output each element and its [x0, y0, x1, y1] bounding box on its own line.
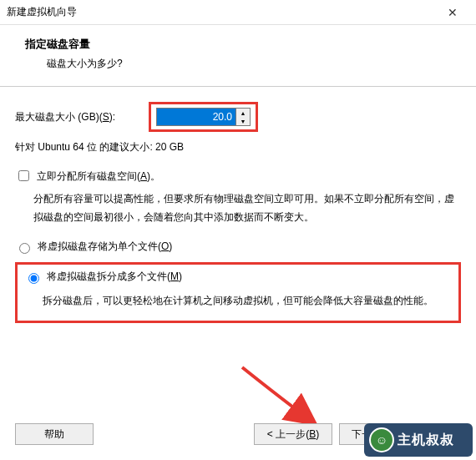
spinner-buttons: ▲ ▼: [236, 108, 251, 126]
help-button[interactable]: 帮助: [15, 423, 94, 445]
allocate-desc: 分配所有容量可以提高性能，但要求所有物理磁盘空间立即可用。如果不立即分配所有空间…: [33, 190, 461, 226]
back-button[interactable]: < 上一步(B): [254, 423, 332, 445]
disk-size-highlight: ▲ ▼: [149, 102, 258, 132]
allocate-checkbox[interactable]: [18, 170, 29, 181]
recommend-text: 针对 Ubuntu 64 位 的建议大小: 20 GB: [15, 140, 461, 154]
spin-down-button[interactable]: ▼: [236, 117, 250, 125]
spin-up-button[interactable]: ▲: [236, 109, 250, 117]
store-split-desc: 拆分磁盘后，可以更轻松地在计算机之间移动虚拟机，但可能会降低大容量磁盘的性能。: [43, 292, 452, 311]
disk-size-input[interactable]: [156, 108, 236, 126]
logo-text: 主机叔叔: [398, 432, 454, 449]
window-title: 新建虚拟机向导: [7, 5, 436, 19]
store-split-row: 将虚拟磁盘拆分成多个文件(M): [24, 270, 452, 284]
logo-avatar-icon: ☺: [369, 427, 394, 452]
store-split-highlight: 将虚拟磁盘拆分成多个文件(M) 拆分磁盘后，可以更轻松地在计算机之间移动虚拟机，…: [15, 262, 461, 323]
header-title: 指定磁盘容量: [25, 37, 451, 52]
store-single-label[interactable]: 将虚拟磁盘存储为单个文件(O): [38, 240, 172, 254]
close-icon[interactable]: ✕: [436, 6, 469, 19]
allocate-row: 立即分配所有磁盘空间(A)。: [15, 169, 461, 184]
header-subtitle: 磁盘大小为多少?: [47, 57, 451, 71]
wizard-header: 指定磁盘容量 磁盘大小为多少?: [0, 25, 476, 87]
allocate-label[interactable]: 立即分配所有磁盘空间(A)。: [37, 169, 160, 184]
content-area: 最大磁盘大小 (GB)(S): ▲ ▼ 针对 Ubuntu 64 位 的建议大小…: [0, 87, 476, 323]
watermark-logo: ☺ 主机叔叔: [364, 423, 473, 457]
store-split-label[interactable]: 将虚拟磁盘拆分成多个文件(M): [47, 270, 182, 284]
disk-size-row: 最大磁盘大小 (GB)(S): ▲ ▼: [15, 102, 461, 132]
store-split-radio[interactable]: [28, 273, 39, 284]
titlebar: 新建虚拟机向导 ✕: [0, 0, 476, 25]
store-single-radio[interactable]: [19, 243, 30, 254]
store-single-row: 将虚拟磁盘存储为单个文件(O): [15, 240, 461, 254]
disk-size-label: 最大磁盘大小 (GB)(S):: [15, 110, 149, 124]
